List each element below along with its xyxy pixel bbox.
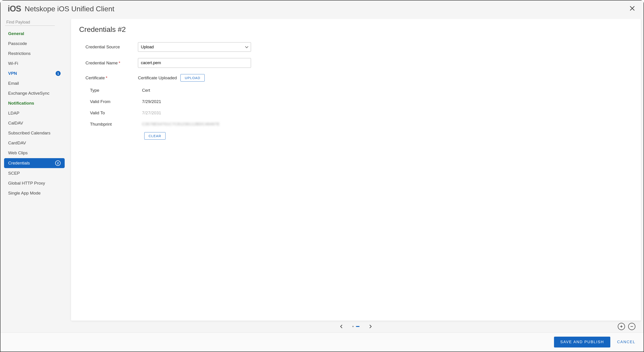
sidebar-item-notifications[interactable]: Notifications [4, 98, 65, 108]
main: Credentials #2 Credential Source Upload … [68, 19, 644, 332]
badge: 2 [55, 160, 60, 166]
sidebar-item-label: LDAP [8, 111, 20, 116]
sidebar-item-label: Single App Mode [8, 191, 41, 196]
minus-icon [630, 325, 634, 328]
save-publish-button[interactable]: SAVE AND PUBLISH [554, 337, 610, 348]
prev-button[interactable] [339, 324, 344, 329]
sidebar-item-carddav[interactable]: CardDAV [4, 138, 65, 148]
search-wrap [5, 19, 66, 26]
sidebar-item-exchange[interactable]: Exchange ActiveSync [4, 89, 65, 98]
pager-dash-active[interactable] [356, 326, 360, 327]
pager-right [618, 323, 636, 330]
row-credential-name: Credential Name* [79, 55, 633, 71]
sidebar-item-restrictions[interactable]: Restrictions [4, 49, 65, 58]
control-wrap [138, 58, 251, 68]
ios-badge: iOS [8, 4, 21, 13]
label-text: Credential Name [86, 60, 118, 65]
add-button[interactable] [618, 323, 625, 330]
app-window: iOS Netskope iOS Unified Client General … [0, 0, 644, 352]
label-valid-to: Valid To [79, 110, 138, 115]
panel-title: Credentials #2 [79, 25, 633, 34]
value-valid-to: 7/27/2031 [138, 110, 161, 115]
sidebar-item-email[interactable]: Email [4, 79, 65, 88]
content-card: Credentials #2 Credential Source Upload … [71, 19, 641, 321]
pager-center [339, 324, 373, 329]
remove-button[interactable] [628, 323, 636, 330]
row-type: Type Cert [79, 85, 633, 96]
sidebar-item-vpn[interactable]: VPN 1 [4, 69, 65, 78]
header: iOS Netskope iOS Unified Client [0, 0, 644, 19]
sidebar-item-scep[interactable]: SCEP [4, 169, 65, 178]
label-valid-from: Valid From [79, 99, 138, 104]
body: General Passcode Restrictions Wi-Fi VPN … [0, 19, 644, 332]
close-button[interactable] [628, 4, 636, 13]
chevron-right-icon [368, 324, 373, 329]
close-icon [629, 5, 636, 11]
sidebar-item-label: Restrictions [8, 51, 30, 56]
upload-status: Certificate Uploaded [138, 75, 177, 80]
sidebar-item-label: Subscribed Calendars [8, 131, 50, 136]
sidebar-item-caldav[interactable]: CalDAV [4, 118, 65, 128]
sidebar-item-web-clips[interactable]: Web Clips [4, 148, 65, 158]
cancel-button[interactable]: CANCEL [617, 340, 636, 344]
row-certificate: Certificate* Certificate Uploaded UPLOAD [79, 71, 633, 85]
sidebar-item-label: Email [8, 81, 19, 86]
search-input[interactable] [5, 19, 55, 26]
sidebar-item-label: Global HTTP Proxy [8, 181, 45, 186]
pager-row [71, 321, 641, 332]
sidebar-item-credentials[interactable]: Credentials 2 [4, 158, 65, 168]
value-valid-from: 7/29/2021 [138, 99, 161, 104]
upload-button[interactable]: UPLOAD [180, 74, 205, 81]
select-wrap: Upload [138, 42, 251, 52]
value-type: Cert [138, 88, 150, 93]
upload-row: Certificate Uploaded UPLOAD [138, 74, 205, 81]
row-valid-from: Valid From 7/29/2021 [79, 96, 633, 107]
sidebar-item-general[interactable]: General [4, 29, 65, 38]
sidebar-item-wifi[interactable]: Wi-Fi [4, 59, 65, 68]
sidebar-item-label: Exchange ActiveSync [8, 91, 50, 96]
sidebar-item-single-app-mode[interactable]: Single App Mode [4, 188, 65, 198]
sidebar: General Passcode Restrictions Wi-Fi VPN … [0, 19, 68, 332]
label-credential-name: Credential Name* [79, 60, 138, 65]
required-star: * [119, 60, 120, 65]
sidebar-item-subscribed-calendars[interactable]: Subscribed Calendars [4, 128, 65, 138]
label-credential-source: Credential Source [79, 44, 138, 49]
sidebar-item-label: Credentials [8, 161, 30, 166]
badge: 1 [56, 71, 60, 76]
credential-source-select[interactable]: Upload [138, 42, 251, 52]
sidebar-item-label: Passcode [8, 41, 27, 46]
footer: SAVE AND PUBLISH CANCEL [0, 332, 644, 352]
row-thumbprint: Thumbprint C3578E54701C7C81236112BDC4849… [79, 119, 633, 130]
sidebar-item-label: CardDAV [8, 141, 26, 145]
label-certificate: Certificate* [79, 75, 138, 80]
clear-button[interactable]: CLEAR [144, 132, 166, 140]
sidebar-item-global-http-proxy[interactable]: Global HTTP Proxy [4, 178, 65, 188]
sidebar-item-label: Web Clips [8, 150, 28, 155]
next-button[interactable] [368, 324, 373, 329]
header-left: iOS Netskope iOS Unified Client [8, 4, 114, 13]
sidebar-item-label: Notifications [8, 101, 34, 106]
label-type: Type [79, 88, 138, 93]
row-credential-source: Credential Source Upload [79, 39, 633, 55]
chevron-left-icon [339, 324, 344, 329]
nav-list: General Passcode Restrictions Wi-Fi VPN … [3, 29, 66, 198]
label-thumbprint: Thumbprint [79, 122, 138, 127]
sidebar-item-label: Wi-Fi [8, 61, 18, 66]
sidebar-item-passcode[interactable]: Passcode [4, 39, 65, 48]
pager-dot[interactable] [352, 326, 354, 327]
sidebar-item-ldap[interactable]: LDAP [4, 108, 65, 118]
label-text: Certificate [86, 75, 105, 80]
value-thumbprint: C3578E54701C7C81236112BDC48497E [138, 122, 220, 126]
sidebar-item-label: CalDAV [8, 121, 23, 126]
sidebar-item-label: SCEP [8, 171, 20, 176]
clear-row: CLEAR [79, 132, 633, 140]
credential-name-input[interactable] [138, 58, 251, 68]
page-title: Netskope iOS Unified Client [25, 5, 114, 13]
sidebar-item-label: General [8, 31, 24, 36]
row-valid-to: Valid To 7/27/2031 [79, 107, 633, 119]
required-star: * [106, 75, 108, 80]
sidebar-item-label: VPN [8, 71, 17, 76]
pager-dots [352, 326, 360, 327]
plus-icon [620, 325, 623, 328]
